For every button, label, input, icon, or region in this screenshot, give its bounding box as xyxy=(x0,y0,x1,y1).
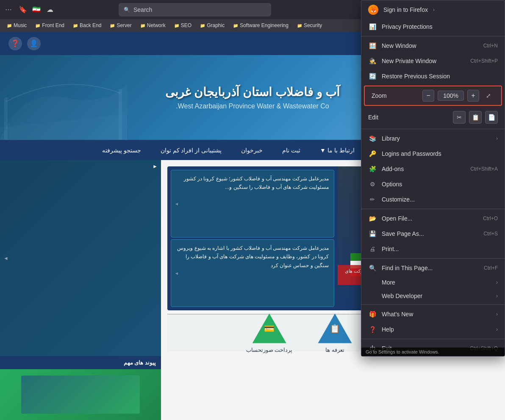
customize-icon: ✏ xyxy=(368,195,377,204)
news-card-2[interactable]: مدیرعامل شرکت مهندسی آب و فاضلاب کشور با… xyxy=(171,239,334,307)
addons-label: Add-ons xyxy=(382,166,465,172)
bookmark-graphic[interactable]: 📁 Graphic xyxy=(197,22,228,29)
bookmark-backend[interactable]: 📁 Back End xyxy=(69,22,105,29)
more-item[interactable]: More › xyxy=(361,276,505,289)
web-dev-item[interactable]: Web Developer › xyxy=(361,289,505,303)
bookmark-label: Security xyxy=(304,22,322,28)
sync-icon[interactable]: ☁ xyxy=(45,5,55,15)
addons-item[interactable]: 🧩 Add-ons Ctrl+Shift+A xyxy=(361,161,505,177)
flag-icon[interactable]: 🇮🇷 xyxy=(31,5,42,15)
zoom-increase-button[interactable]: + xyxy=(467,90,479,102)
nav-news[interactable]: خبرخوان xyxy=(238,145,266,155)
private-window-icon: 🕵 xyxy=(368,57,377,65)
zoom-section: Zoom − 100% + ⤢ xyxy=(364,86,502,106)
paste-button[interactable]: 📄 xyxy=(485,111,498,124)
arrow-left[interactable]: ◄ xyxy=(3,255,8,261)
copy-button[interactable]: 📋 xyxy=(469,111,482,124)
options-item[interactable]: ⚙ Options xyxy=(361,177,505,192)
restore-label: Restore Previous Session xyxy=(382,73,498,80)
thumbnail-area xyxy=(0,369,161,420)
help-icon-btn[interactable]: ❓ xyxy=(8,37,22,50)
new-window-icon: 🪟 xyxy=(368,41,377,50)
options-label: Options xyxy=(382,181,498,188)
divider-1 xyxy=(361,36,505,36)
folder-icon: 📁 xyxy=(110,23,115,28)
bookmark-label: Software Engineering xyxy=(240,22,289,28)
print-icon: 🖨 xyxy=(368,245,377,253)
customize-item[interactable]: ✏ Customize... xyxy=(361,192,505,207)
nav-register[interactable]: ثبت نام xyxy=(279,145,304,155)
bookmark-music[interactable]: 📁 Music xyxy=(3,22,30,29)
whats-new-item[interactable]: 🎁 What's New › xyxy=(361,307,505,322)
save-page-label: Save Page As... xyxy=(382,230,478,237)
right-panel-top: ◄ ► xyxy=(0,160,161,356)
tariff-shape: 📋 xyxy=(318,314,352,343)
pocket-icon[interactable]: 🔖 xyxy=(18,5,28,15)
nav-search[interactable]: جستجو پیشرفته xyxy=(99,145,144,155)
nav-contact[interactable]: ارتباط با ما ▼ xyxy=(316,145,358,155)
bookmark-seo[interactable]: 📁 SEO xyxy=(171,22,195,29)
web-dev-label: Web Developer xyxy=(368,293,491,299)
find-item[interactable]: 🔍 Find in This Page... Ctrl+F xyxy=(361,260,505,276)
edit-section: Edit ✂ 📋 📄 xyxy=(361,108,505,127)
save-page-item[interactable]: 💾 Save Page As... Ctrl+S xyxy=(361,226,505,241)
library-item[interactable]: 📚 Library › xyxy=(361,131,505,146)
restore-item[interactable]: 🔄 Restore Previous Session xyxy=(361,69,505,84)
bookmark-frontend[interactable]: 📁 Front End xyxy=(32,22,68,29)
firefox-account-icon: 🦊 xyxy=(368,5,378,15)
new-window-item[interactable]: 🪟 New Window Ctrl+N xyxy=(361,38,505,53)
library-label: Library xyxy=(382,135,491,142)
sign-in-item[interactable]: 🦊 Sign in to Firefox › xyxy=(361,0,505,19)
cut-button[interactable]: ✂ xyxy=(453,111,466,124)
search-icon: 🔍 xyxy=(124,7,130,13)
whats-new-icon: 🎁 xyxy=(368,310,377,318)
arrow-right[interactable]: ► xyxy=(153,163,158,169)
tariff-label: تعرفه ها xyxy=(325,347,344,353)
bookmark-label: Music xyxy=(14,22,27,28)
search-placeholder: Search xyxy=(133,6,152,13)
more-label: More xyxy=(368,279,491,286)
save-icon: 💾 xyxy=(368,229,377,238)
help-icon: ❓ xyxy=(368,325,377,334)
news-cards: مدیرعامل شرکت مهندسی آب و فاضلاب کشور؛ ش… xyxy=(167,166,338,310)
zoom-expand-button[interactable]: ⤢ xyxy=(483,90,494,102)
logins-label: Logins and Passwords xyxy=(382,150,498,157)
new-window-shortcut: Ctrl+N xyxy=(483,43,498,49)
browser-menu-dots[interactable]: ⋯ xyxy=(3,6,14,14)
puzzle-icon: 🧩 xyxy=(368,165,377,173)
bookmark-label: Network xyxy=(147,22,166,28)
print-item[interactable]: 🖨 Print... xyxy=(361,241,505,257)
divider-3 xyxy=(361,209,505,209)
privacy-item[interactable]: 📊 Privacy Protections xyxy=(361,19,505,34)
zoom-decrease-button[interactable]: − xyxy=(422,90,434,102)
icon-payment[interactable]: 💳 پرداخت صورتحساب xyxy=(246,314,293,353)
bridge-decoration xyxy=(0,64,127,140)
news-card-1[interactable]: مدیرعامل شرکت مهندسی آب و فاضلاب کشور؛ ش… xyxy=(171,170,334,238)
logins-item[interactable]: 🔑 Logins and Passwords xyxy=(361,146,505,161)
bookmark-security[interactable]: 📁 Security xyxy=(294,22,325,29)
bookmark-server[interactable]: 📁 Server xyxy=(106,22,135,29)
nav-support[interactable]: پشتیبانی از افراد کم توان xyxy=(157,145,225,155)
find-shortcut: Ctrl+F xyxy=(484,265,498,271)
header-icons: 👤 ❓ xyxy=(8,37,41,50)
customize-label: Customize... xyxy=(382,196,498,203)
key-icon: 🔑 xyxy=(368,149,377,158)
bookmark-label: Server xyxy=(117,22,131,28)
icon-tariff[interactable]: 📋 تعرفه ها xyxy=(318,314,352,353)
folder-icon: 📁 xyxy=(174,23,179,28)
open-file-item[interactable]: 📂 Open File... Ctrl+O xyxy=(361,211,505,226)
user-icon-btn[interactable]: 👤 xyxy=(27,37,41,50)
content-right: ◄ ► پیوند های مهم xyxy=(0,160,161,420)
firefox-menu: 🦊 Sign in to Firefox › 📊 Privacy Protect… xyxy=(361,0,505,356)
bookmark-software-engineering[interactable]: 📁 Software Engineering xyxy=(230,22,292,29)
whats-new-label: What's New xyxy=(382,311,491,318)
hero-subtitle: West Azarbaijan Province Water & Wastewa… xyxy=(165,102,340,110)
new-private-shortcut: Ctrl+Shift+P xyxy=(470,58,498,64)
divider-4 xyxy=(361,258,505,259)
bookmark-label: Back End xyxy=(80,22,101,28)
new-private-item[interactable]: 🕵 New Private Window Ctrl+Shift+P xyxy=(361,53,505,69)
help-item[interactable]: ❓ Help › xyxy=(361,322,505,337)
bookmark-network[interactable]: 📁 Network xyxy=(137,22,169,29)
options-icon: ⚙ xyxy=(368,180,377,188)
search-bar[interactable]: 🔍 Search xyxy=(119,3,271,17)
